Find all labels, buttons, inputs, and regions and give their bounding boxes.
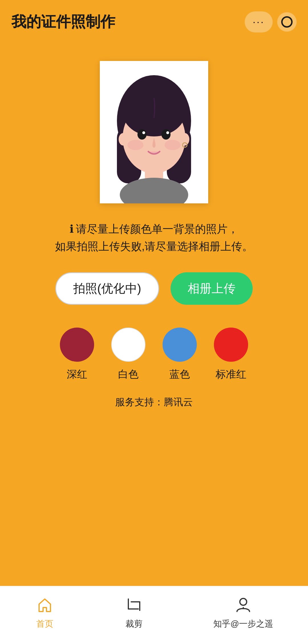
bottom-navigation: 首页 裁剪 知乎@一步之遥 [0, 586, 308, 644]
color-circle-3 [214, 328, 248, 362]
color-circle-0 [60, 328, 94, 362]
take-photo-button[interactable]: 拍照(优化中) [55, 272, 159, 305]
svg-point-11 [137, 129, 147, 140]
color-options: 深红白色蓝色标准红 [60, 328, 248, 381]
record-icon [281, 16, 293, 28]
svg-point-12 [161, 129, 171, 140]
svg-point-16 [165, 140, 181, 150]
nav-label-home: 首页 [36, 618, 53, 630]
header: 我的证件照制作 ··· [0, 0, 308, 38]
buttons-row: 拍照(优化中) 相册上传 [55, 272, 253, 305]
hint-text: ℹ请尽量上传颜色单一背景的照片， 如果拍照上传失败,请尽量选择相册上传。 [49, 220, 259, 255]
color-option-2[interactable]: 蓝色 [163, 328, 197, 381]
home-icon [35, 595, 55, 615]
record-button[interactable] [277, 12, 297, 32]
nav-label-user: 知乎@一步之遥 [213, 618, 273, 630]
more-button[interactable]: ··· [245, 11, 273, 32]
album-upload-button[interactable]: 相册上传 [171, 272, 253, 305]
info-icon: ℹ [70, 223, 74, 235]
main-content: ℹ请尽量上传颜色单一背景的照片， 如果拍照上传失败,请尽量选择相册上传。 拍照(… [0, 38, 308, 586]
user-icon [233, 595, 253, 615]
svg-point-7 [122, 85, 186, 136]
color-circle-1 [111, 328, 145, 362]
nav-item-home[interactable]: 首页 [35, 595, 55, 630]
color-label-2: 蓝色 [169, 367, 190, 381]
svg-point-13 [142, 131, 145, 134]
svg-point-15 [127, 140, 143, 150]
service-support: 服务支持：腾讯云 [115, 396, 193, 409]
color-option-1[interactable]: 白色 [111, 328, 145, 381]
page-title: 我的证件照制作 [11, 12, 115, 32]
svg-point-8 [119, 133, 128, 146]
crop-icon [124, 595, 144, 615]
svg-point-14 [166, 131, 169, 134]
svg-point-9 [180, 133, 189, 146]
color-circle-2 [163, 328, 197, 362]
photo-preview [100, 61, 208, 203]
svg-point-21 [240, 598, 247, 605]
header-actions: ··· [245, 11, 297, 32]
nav-item-user[interactable]: 知乎@一步之遥 [213, 595, 273, 630]
color-option-3[interactable]: 标准红 [214, 328, 248, 381]
nav-label-crop: 裁剪 [125, 618, 143, 630]
avatar-image [100, 61, 208, 203]
color-label-0: 深红 [67, 367, 87, 381]
nav-item-crop[interactable]: 裁剪 [124, 595, 144, 630]
color-label-1: 白色 [118, 367, 139, 381]
color-option-0[interactable]: 深红 [60, 328, 94, 381]
color-label-3: 标准红 [216, 367, 246, 381]
